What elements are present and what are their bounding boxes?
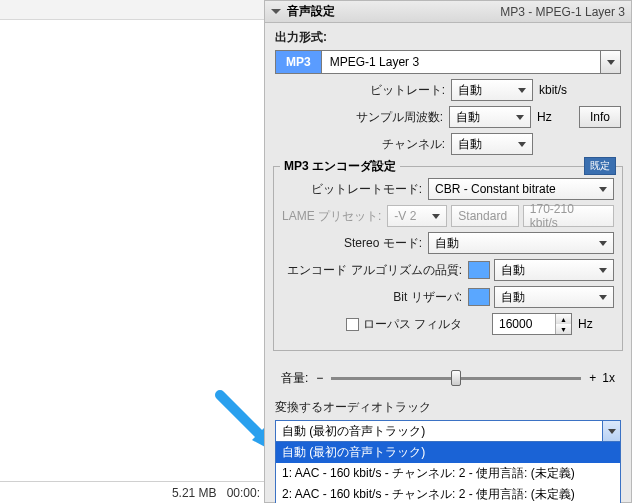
audio-track-option[interactable]: 2: AAC - 160 kbit/s - チャンネル: 2 - 使用言語: (… (276, 484, 620, 503)
output-format-select[interactable]: MP3 MPEG-1 Layer 3 (275, 50, 621, 74)
audio-settings-panel: 音声設定 MP3 - MPEG-1 Layer 3 出力形式: MP3 MPEG… (264, 0, 632, 503)
lowpass-unit: Hz (578, 317, 614, 331)
volume-slider[interactable] (331, 369, 581, 387)
volume-minus: − (316, 371, 323, 385)
default-badge[interactable]: 既定 (584, 157, 616, 175)
lowpass-label: ローパス フィルタ (363, 316, 462, 333)
lame-preset-label: LAME プリセット: (282, 208, 381, 225)
info-button[interactable]: Info (579, 106, 621, 128)
lame-rate-display: 170-210 kbit/s (523, 205, 614, 227)
samplerate-unit: Hz (537, 110, 573, 124)
quality-color-icon (468, 261, 490, 279)
audio-track-option[interactable]: 自動 (最初の音声トラック) (276, 442, 620, 463)
volume-label: 音量: (281, 370, 308, 387)
stereo-mode-select[interactable]: 自動 (428, 232, 614, 254)
algo-quality-label: エンコード アルゴリズムの品質: (287, 262, 462, 279)
status-bar: 5.21 MB 00:00: (0, 481, 264, 503)
reservoir-color-icon (468, 288, 490, 306)
volume-row: 音量: − + 1x (265, 359, 631, 395)
chevron-down-icon (608, 429, 616, 434)
audio-track-option[interactable]: 1: AAC - 160 kbit/s - チャンネル: 2 - 使用言語: (… (276, 463, 620, 484)
panel-title: 音声設定 (287, 3, 335, 20)
bitrate-mode-label: ビットレートモード: (311, 181, 422, 198)
reservoir-select[interactable]: 自動 (494, 286, 614, 308)
lowpass-spinner[interactable]: ▲▼ (555, 314, 571, 334)
lowpass-checkbox[interactable] (346, 318, 359, 331)
format-dropdown-button[interactable] (600, 51, 620, 73)
output-format-section: 出力形式: MP3 MPEG-1 Layer 3 ビットレート: 自動 kbit… (265, 23, 631, 162)
stereo-mode-label: Stereo モード: (344, 235, 422, 252)
output-format-label: 出力形式: (275, 29, 621, 46)
algo-quality-select[interactable]: 自動 (494, 259, 614, 281)
convert-tracks-section: 変換するオーディオトラック 自動 (最初の音声トラック) 自動 (最初の音声トラ… (265, 395, 631, 442)
file-size: 5.21 MB (172, 486, 217, 500)
collapse-icon (271, 9, 281, 14)
reservoir-label: Bit リザーバ: (393, 289, 462, 306)
lame-quality-select: Standard (451, 205, 518, 227)
timeline-area: 5.21 MB 00:00: (0, 0, 264, 503)
timeline-header (0, 0, 264, 20)
channel-label: チャンネル: (382, 136, 445, 153)
chevron-down-icon (607, 60, 615, 65)
encoder-settings-group: MP3 エンコーダ設定 既定 ビットレートモード: CBR - Constant… (273, 166, 623, 351)
audio-track-select[interactable]: 自動 (最初の音声トラック) 自動 (最初の音声トラック)1: AAC - 16… (275, 420, 621, 442)
encoder-legend: MP3 エンコーダ設定 (280, 158, 400, 175)
bitrate-label: ビットレート: (370, 82, 445, 99)
panel-subtitle: MP3 - MPEG-1 Layer 3 (500, 5, 625, 19)
samplerate-label: サンプル周波数: (356, 109, 443, 126)
bitrate-select[interactable]: 自動 (451, 79, 533, 101)
volume-plus: + (589, 371, 596, 385)
format-badge: MP3 (276, 51, 322, 73)
panel-header[interactable]: 音声設定 MP3 - MPEG-1 Layer 3 (265, 1, 631, 23)
lowpass-input[interactable]: 16000 ▲▼ (492, 313, 572, 335)
convert-tracks-label: 変換するオーディオトラック (275, 399, 621, 416)
samplerate-select[interactable]: 自動 (449, 106, 531, 128)
channel-select[interactable]: 自動 (451, 133, 533, 155)
volume-value: 1x (602, 371, 615, 385)
lame-v-select: -V 2 (387, 205, 447, 227)
audio-track-selected: 自動 (最初の音声トラック) (282, 423, 425, 440)
format-desc: MPEG-1 Layer 3 (322, 51, 600, 73)
time-position: 00:00: (227, 486, 260, 500)
bitrate-mode-select[interactable]: CBR - Constant bitrate (428, 178, 614, 200)
bitrate-unit: kbit/s (539, 83, 575, 97)
audio-track-dropdown-list: 自動 (最初の音声トラック)1: AAC - 160 kbit/s - チャンネ… (275, 442, 621, 503)
